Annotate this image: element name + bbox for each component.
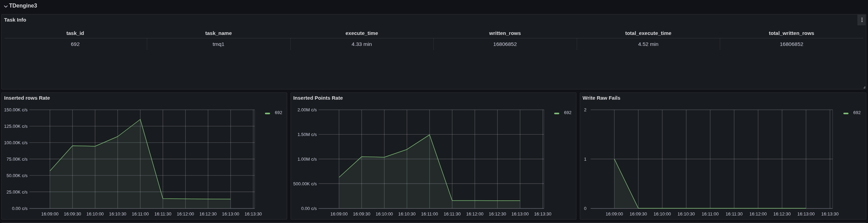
svg-text:0.00 c/s: 0.00 c/s [12,206,28,211]
svg-text:16:11:00: 16:11:00 [132,211,149,216]
svg-text:16:09:30: 16:09:30 [353,211,370,216]
svg-text:16:10:00: 16:10:00 [86,211,104,216]
svg-text:125.00K c/s: 125.00K c/s [4,124,28,129]
svg-text:16:09:00: 16:09:00 [330,211,348,216]
svg-text:16:12:30: 16:12:30 [489,211,506,216]
svg-text:500.00K c/s: 500.00K c/s [293,181,317,186]
svg-text:1.00M c/s: 1.00M c/s [297,156,317,161]
svg-text:16:12:00: 16:12:00 [177,211,194,216]
svg-text:16:13:00: 16:13:00 [797,211,815,216]
svg-text:16:10:30: 16:10:30 [678,211,695,216]
svg-text:1: 1 [584,156,586,161]
svg-text:0.00 c/s: 0.00 c/s [301,206,317,211]
svg-text:16:12:30: 16:12:30 [774,211,791,216]
svg-text:16:10:00: 16:10:00 [654,211,671,216]
svg-text:16:13:30: 16:13:30 [534,211,551,216]
svg-text:16:11:30: 16:11:30 [444,211,461,216]
svg-text:16:09:30: 16:09:30 [64,211,81,216]
svg-text:692: 692 [564,110,572,115]
svg-text:16:11:00: 16:11:00 [702,211,719,216]
svg-text:100.00K c/s: 100.00K c/s [4,140,28,145]
svg-text:50.00K c/s: 50.00K c/s [7,173,28,178]
svg-text:2.00M c/s: 2.00M c/s [297,107,317,112]
svg-text:16:13:00: 16:13:00 [222,211,239,216]
svg-text:16:10:30: 16:10:30 [109,211,126,216]
svg-text:16:09:00: 16:09:00 [41,211,59,216]
svg-text:2: 2 [584,107,586,112]
svg-text:16:11:30: 16:11:30 [154,211,171,216]
svg-text:0: 0 [584,206,586,211]
svg-text:16:13:30: 16:13:30 [244,211,262,216]
svg-text:16:13:00: 16:13:00 [511,211,529,216]
svg-text:692: 692 [275,110,282,115]
svg-text:16:12:30: 16:12:30 [199,211,217,216]
svg-text:16:09:00: 16:09:00 [606,211,623,216]
svg-text:16:12:00: 16:12:00 [750,211,767,216]
svg-text:150.00K c/s: 150.00K c/s [4,107,28,112]
svg-text:25.00K c/s: 25.00K c/s [7,189,28,194]
svg-text:16:11:30: 16:11:30 [726,211,743,216]
svg-text:692: 692 [853,110,861,115]
svg-text:16:13:30: 16:13:30 [821,211,839,216]
svg-text:16:10:30: 16:10:30 [398,211,416,216]
svg-text:16:11:00: 16:11:00 [421,211,438,216]
svg-text:16:12:00: 16:12:00 [466,211,484,216]
svg-text:75.00K c/s: 75.00K c/s [7,156,28,161]
svg-text:16:10:00: 16:10:00 [375,211,393,216]
svg-text:16:09:30: 16:09:30 [630,211,647,216]
svg-text:1.50M c/s: 1.50M c/s [297,132,317,137]
